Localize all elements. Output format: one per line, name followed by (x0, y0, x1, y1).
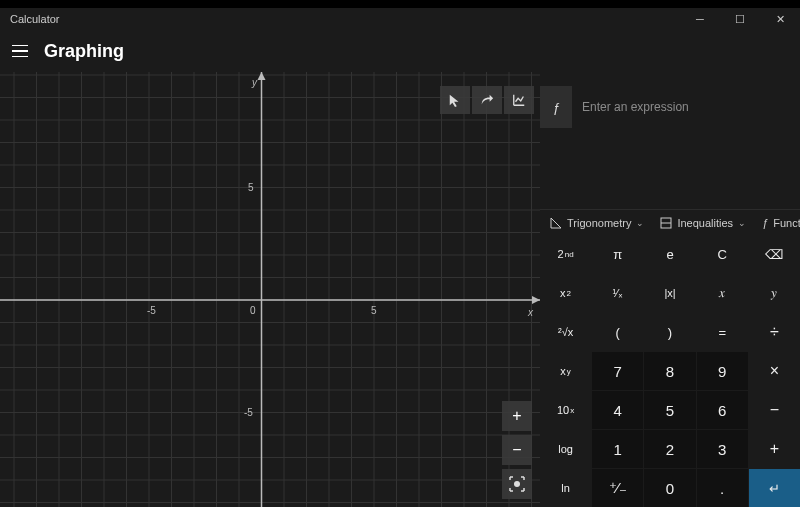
svg-marker-47 (258, 72, 266, 80)
inequality-icon (660, 217, 672, 229)
category-functions[interactable]: ƒ Function (754, 210, 800, 235)
svg-point-48 (514, 481, 520, 487)
key-var-x[interactable]: 𝑥 (697, 274, 748, 312)
graph-toolbar (440, 86, 534, 114)
svg-marker-45 (532, 296, 540, 304)
share-button[interactable] (472, 86, 502, 114)
key-7[interactable]: 7 (592, 352, 643, 390)
key-8[interactable]: 8 (644, 352, 695, 390)
key-decimal[interactable]: . (697, 469, 748, 507)
graph-options-icon (512, 93, 526, 107)
key-submit[interactable]: ↵ (749, 469, 800, 507)
minimize-button[interactable]: ─ (680, 8, 720, 30)
key-plus[interactable]: + (749, 430, 800, 468)
key-x-squared[interactable]: x2 (540, 274, 591, 312)
key-ten-power-x[interactable]: 10x (540, 391, 591, 429)
key-reciprocal[interactable]: ¹⁄ₓ (592, 274, 643, 312)
cursor-icon (448, 93, 462, 107)
function-icon: ƒ (552, 100, 559, 115)
fit-icon (509, 476, 525, 492)
function-icon: ƒ (762, 217, 768, 229)
expression-row: ƒ (540, 86, 800, 128)
host-menubar (0, 0, 800, 8)
category-trig-label: Trigonometry (567, 217, 631, 229)
category-ineq-label: Inequalities (677, 217, 733, 229)
key-e[interactable]: e (644, 235, 695, 273)
key-clear[interactable]: C (697, 235, 748, 273)
zoom-fit-button[interactable] (502, 469, 532, 499)
key-2nd[interactable]: 2nd (540, 235, 591, 273)
key-2[interactable]: 2 (644, 430, 695, 468)
key-minus[interactable]: − (749, 391, 800, 429)
chevron-down-icon: ⌄ (636, 218, 644, 228)
key-ln[interactable]: ln (540, 469, 591, 507)
zoom-in-button[interactable]: + (502, 401, 532, 431)
key-5[interactable]: 5 (644, 391, 695, 429)
y-tick-neg5: -5 (244, 407, 253, 418)
menu-icon[interactable] (8, 39, 32, 63)
key-9[interactable]: 9 (697, 352, 748, 390)
x-tick-neg5: -5 (147, 305, 156, 316)
key-lparen[interactable]: ( (592, 313, 643, 351)
header: Graphing (0, 30, 800, 72)
key-equals[interactable]: = (697, 313, 748, 351)
key-1[interactable]: 1 (592, 430, 643, 468)
key-x-power-y[interactable]: xy (540, 352, 591, 390)
graph-canvas[interactable]: -5 5 0 5 -5 x y (0, 72, 540, 507)
key-multiply[interactable]: × (749, 352, 800, 390)
category-row: Trigonometry ⌄ Inequalities ⌄ ƒ Function (540, 209, 800, 235)
key-divide[interactable]: ÷ (749, 313, 800, 351)
key-0[interactable]: 0 (644, 469, 695, 507)
close-button[interactable]: ✕ (760, 8, 800, 30)
titlebar: Calculator ─ ☐ ✕ (0, 8, 800, 30)
origin-label: 0 (250, 305, 256, 316)
key-abs[interactable]: |x| (644, 274, 695, 312)
expression-input[interactable] (572, 86, 800, 128)
category-func-label: Function (773, 217, 800, 229)
zoom-out-button[interactable]: − (502, 435, 532, 465)
page-title: Graphing (44, 41, 124, 62)
key-log[interactable]: log (540, 430, 591, 468)
key-3[interactable]: 3 (697, 430, 748, 468)
category-trigonometry[interactable]: Trigonometry ⌄ (542, 210, 652, 235)
app-title: Calculator (10, 13, 60, 25)
graph-settings-button[interactable] (504, 86, 534, 114)
right-pane: ƒ Trigonometry ⌄ Inequalities ⌄ ƒ Functi… (540, 72, 800, 507)
key-rparen[interactable]: ) (644, 313, 695, 351)
keypad: 2nd π e C ⌫ x2 ¹⁄ₓ |x| 𝑥 𝑦 ²√x ( ) = ÷ x… (540, 235, 800, 507)
zoom-controls: + − (502, 401, 532, 499)
chevron-down-icon: ⌄ (738, 218, 746, 228)
key-pi[interactable]: π (592, 235, 643, 273)
key-4[interactable]: 4 (592, 391, 643, 429)
minus-icon: − (512, 441, 521, 459)
trace-button[interactable] (440, 86, 470, 114)
graph-pane[interactable]: -5 5 0 5 -5 x y + − (0, 72, 540, 507)
angle-icon (550, 217, 562, 229)
key-var-y[interactable]: 𝑦 (749, 274, 800, 312)
key-6[interactable]: 6 (697, 391, 748, 429)
fx-button[interactable]: ƒ (540, 86, 572, 128)
key-negate[interactable]: ⁺⁄₋ (592, 469, 643, 507)
share-icon (480, 93, 494, 107)
y-axis-label: y (251, 77, 258, 88)
x-tick-pos5: 5 (371, 305, 377, 316)
key-backspace[interactable]: ⌫ (749, 235, 800, 273)
category-inequalities[interactable]: Inequalities ⌄ (652, 210, 754, 235)
y-tick-pos5: 5 (248, 182, 254, 193)
plus-icon: + (512, 407, 521, 425)
maximize-button[interactable]: ☐ (720, 8, 760, 30)
x-axis-label: x (527, 307, 534, 318)
key-root[interactable]: ²√x (540, 313, 591, 351)
